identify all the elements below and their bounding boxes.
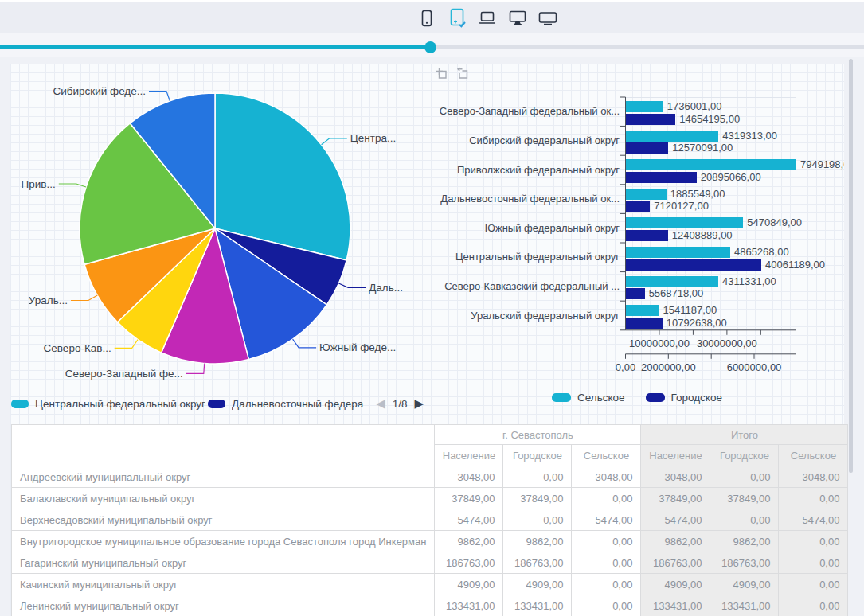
table-row[interactable]: Гагаринский муниципальный округ186763,00… [12,552,848,574]
table-cell-value: 0,00 [572,595,641,616]
device-tv-button[interactable] [538,8,558,29]
table-group-header: Итого [641,425,848,445]
table-cell-value: 4909,00 [710,574,779,595]
table-row[interactable]: Балаклавский муниципальный округ37849,00… [12,488,848,509]
legend-item-label: Дальневосточный федеральны [232,398,363,410]
pie-callout-line [186,364,205,374]
pie-chart: Центра...Даль...Южный феде...Северо-Запа… [11,64,425,393]
table-cell-value: 0,00 [779,488,848,509]
pie-chart-widget: Центра...Даль...Южный феде...Северо-Запа… [11,64,425,420]
pie-callout-line [115,340,138,349]
table-cell-name: Верхнесадовский муниципальный округ [12,509,435,531]
pie-callout-line [322,138,347,145]
legend-page-indicator: 1/8 [393,398,408,410]
table-cell-value: 0,00 [572,488,641,509]
width-slider[interactable] [0,45,864,49]
table-cell-value: 186763,00 [641,552,710,574]
table-group-header: г. Севастополь [435,425,641,445]
phone-icon [417,9,436,28]
table-cell-value: 133431,00 [641,595,710,616]
secondary-axis-tick-label: 6000000,00 [727,361,782,373]
secondary-axis-tick-label: 2000000,00 [641,361,696,373]
table-cell-value: 37849,00 [435,488,503,509]
legend-swatch-icon [208,400,225,408]
table-cell-value: 5474,00 [641,509,710,531]
table-cell-name: Внутригородское муниципальное образовани… [12,531,435,552]
table-column-header[interactable]: Сельское [572,445,641,466]
table-column-header[interactable]: Городское [503,445,572,466]
tablet-selected-icon [447,8,467,29]
slider-handle[interactable] [424,41,436,53]
table-row[interactable]: Андреевский муниципальный округ3048,000,… [12,466,848,488]
legend-prev-icon[interactable]: ◀ [376,396,385,411]
pie-callout-line [338,283,366,287]
table-column-header[interactable]: Городское [710,445,779,466]
table-cell-value: 37849,00 [641,488,710,509]
vertical-scrollbar [849,57,853,616]
device-toolbar [0,2,864,33]
table-cell-name: Балаклавский муниципальный округ [12,488,435,509]
table-cell-value: 37849,00 [503,488,572,509]
table-cell-value: 9862,00 [435,531,503,552]
bar-chart-widget: Северо-Западный федеральный ок...1736001… [430,64,844,423]
table-column-header[interactable]: Сельское [779,445,848,466]
table-cell-value: 0,00 [572,552,641,574]
data-table: г. СевастопольИтогоНаселениеГородскоеСел… [11,424,848,616]
legend-swatch-icon [11,400,29,408]
table-column-header[interactable]: Население [435,445,503,466]
preview-width-slider-zone [0,33,864,57]
table-cell-value: 133431,00 [435,595,503,616]
device-laptop-button[interactable] [477,8,498,29]
legend-item-label: Городское [671,392,722,404]
table-cell-value: 37849,00 [710,488,779,509]
monitor-icon [507,8,528,29]
legend-swatch-icon [552,393,571,402]
pie-slice-label: Ураль... [29,294,68,306]
legend-item[interactable]: Городское [646,392,722,404]
device-tablet-button[interactable] [447,8,467,29]
legend-item[interactable]: Центральный федеральный округ [11,398,195,410]
table-cell-value: 9862,00 [503,531,572,552]
legend-item[interactable]: Дальневосточный федеральны [208,398,363,410]
table-row[interactable]: Качинский муниципальный округ4909,004909… [12,574,848,595]
table-cell-value: 4909,00 [641,574,710,595]
pie-legend: Центральный федеральный округДальневосто… [11,393,424,414]
table-row[interactable]: Внутригородское муниципальное образовани… [12,531,848,552]
pie-slice-label: Прив... [22,178,56,190]
pie-callout-line [149,92,170,101]
table-cell-value: 0,00 [779,574,848,595]
primary-axis-tick-label: 30000000,00 [697,337,757,349]
table-cell-value: 0,00 [503,509,572,531]
table-column-header[interactable]: Население [641,445,710,466]
table-cell-value: 186763,00 [710,552,779,574]
legend-item[interactable]: Сельское [552,392,625,404]
table-cell-value: 0,00 [710,466,779,488]
bar-axes [430,64,844,423]
table-cell-value: 0,00 [779,531,848,552]
table-cell-value: 0,00 [572,574,641,595]
table-cell-value: 3048,00 [779,466,848,488]
table-cell-value: 0,00 [572,531,641,552]
table-cell-value: 0,00 [710,509,779,531]
slider-fill [0,45,430,49]
scrollbar-thumb[interactable] [849,59,853,473]
legend-next-icon[interactable]: ▶ [414,396,424,411]
secondary-axis-tick-label: 0,00 [616,361,635,373]
pie-callout-line [293,339,317,348]
table-cell-value: 9862,00 [641,531,710,552]
table-row[interactable]: Ленинский муниципальный округ133431,0013… [12,595,848,616]
table-cell-value: 4909,00 [435,574,503,595]
table-row[interactable]: Верхнесадовский муниципальный округ5474,… [12,509,848,531]
pie-slice-label: Северо-Западный фе... [65,368,183,380]
pie-callout-line [71,295,97,300]
legend-swatch-icon [646,393,665,402]
pie-slice-label: Центра... [350,132,396,144]
table-cell-value: 133431,00 [503,595,572,616]
device-monitor-button[interactable] [507,8,528,29]
device-phone-button[interactable] [416,8,437,29]
table-cell-value: 0,00 [503,466,572,488]
tv-icon [538,8,558,29]
pie-slice-label: Даль... [369,282,403,294]
table-cell-value: 0,00 [779,595,848,616]
laptop-icon [477,8,498,29]
